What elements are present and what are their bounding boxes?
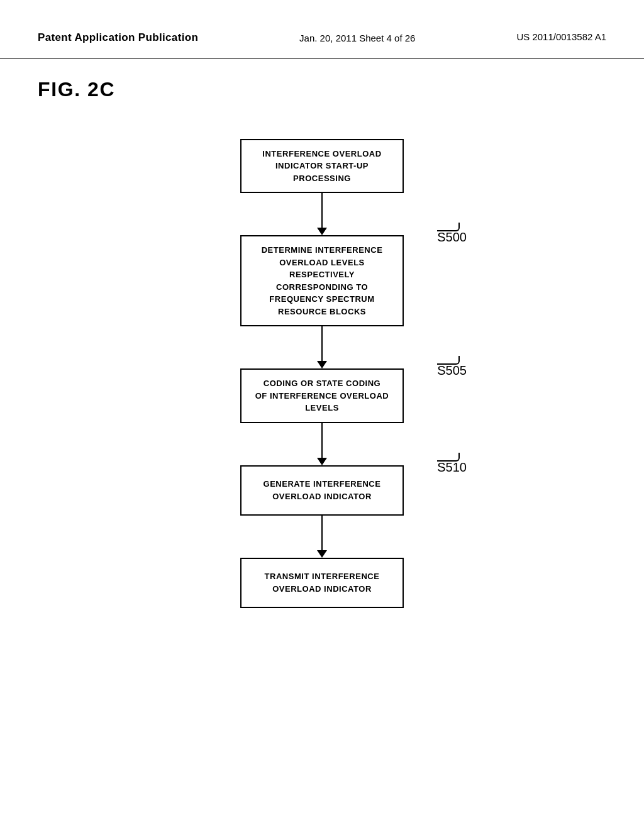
s500-text: S500 [437, 230, 467, 245]
s500-label: S500 [437, 221, 467, 245]
start-box: INTERFERENCE OVERLOAD INDICATOR START-UP… [240, 139, 404, 194]
s510-box-wrapper: GENERATE INTERFERENCE OVERLOAD INDICATOR [240, 465, 404, 516]
vert-line-3 [321, 423, 323, 458]
arrow-4 [317, 550, 327, 558]
s505-box-text: CODING OR STATE CODING OF INTERFERENCE O… [255, 377, 389, 414]
s500-box: DETERMINE INTERFERENCE OVERLOAD LEVELS R… [240, 235, 404, 326]
figure-title: FIG. 2C [0, 59, 644, 101]
s505-curve [437, 356, 460, 365]
arrow-1 [317, 228, 327, 235]
patent-number-label: US 2011/0013582 A1 [516, 31, 606, 42]
arrow-2 [317, 361, 327, 368]
s505-box: CODING OR STATE CODING OF INTERFERENCE O… [240, 368, 404, 423]
sheet-label: Jan. 20, 2011 Sheet 4 of 26 [299, 31, 415, 46]
s510-label: S510 [437, 451, 467, 475]
header: Patent Application Publication Jan. 20, … [0, 0, 644, 59]
s510-box: GENERATE INTERFERENCE OVERLOAD INDICATOR [240, 465, 404, 516]
vert-line-4 [321, 516, 323, 550]
s510-text: S510 [437, 460, 467, 475]
vert-line-1 [321, 193, 323, 228]
vert-line-2 [321, 326, 323, 361]
page: Patent Application Publication Jan. 20, … [0, 0, 644, 830]
s510-box-text: GENERATE INTERFERENCE OVERLOAD INDICATOR [264, 478, 381, 502]
s510-curve [437, 453, 460, 462]
s515-box-wrapper: TRANSMIT INTERFERENCE OVERLOAD INDICATOR [240, 558, 404, 608]
s500-curve [437, 223, 460, 231]
start-box-text: INTERFERENCE OVERLOAD INDICATOR START-UP… [262, 148, 381, 185]
diagram-area: INTERFERENCE OVERLOAD INDICATOR START-UP… [0, 101, 644, 633]
arrow-3 [317, 458, 327, 465]
connector-4 [317, 516, 327, 558]
s515-box: TRANSMIT INTERFERENCE OVERLOAD INDICATOR [240, 558, 404, 608]
s500-box-wrapper: DETERMINE INTERFERENCE OVERLOAD LEVELS R… [240, 235, 404, 326]
s505-text: S505 [437, 363, 467, 378]
connector-1: S500 [240, 193, 404, 235]
start-box-wrapper: INTERFERENCE OVERLOAD INDICATOR START-UP… [240, 139, 404, 194]
connector-3: S510 [240, 423, 404, 465]
publication-label: Patent Application Publication [38, 31, 198, 44]
s515-box-text: TRANSMIT INTERFERENCE OVERLOAD INDICATOR [265, 570, 380, 595]
s505-label: S505 [437, 355, 467, 378]
s500-box-text: DETERMINE INTERFERENCE OVERLOAD LEVELS R… [262, 244, 383, 318]
s505-box-wrapper: CODING OR STATE CODING OF INTERFERENCE O… [240, 368, 404, 423]
connector-2: S505 [240, 326, 404, 368]
flowchart: INTERFERENCE OVERLOAD INDICATOR START-UP… [240, 139, 404, 608]
